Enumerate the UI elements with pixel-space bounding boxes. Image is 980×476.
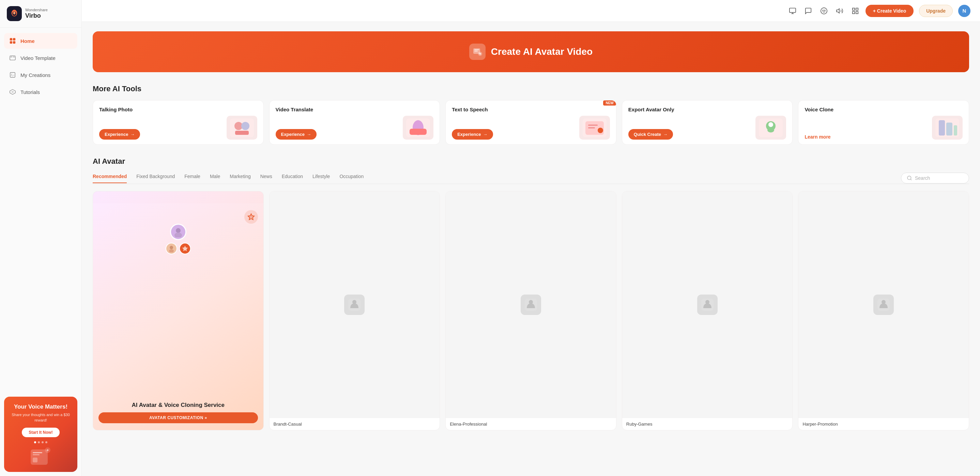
tool-card-export-avatar[interactable]: Export Avatar Only Quick Create → [622,100,793,145]
logo-icon [7,6,22,21]
filter-lifestyle[interactable]: Lifestyle [312,174,330,183]
tool-card-video-translate[interactable]: Video Translate Experience → [269,100,440,145]
svg-rect-10 [13,56,15,57]
tool-card-content-tts: Experience → [452,116,610,140]
promo-card-button[interactable]: AVATAR CUSTOMIZATION » [99,413,258,423]
my-creations-icon [9,71,16,79]
filter-recommended[interactable]: Recommended [93,174,127,183]
sidebar-item-my-creations[interactable]: My Creations [4,67,77,83]
svg-point-44 [598,128,603,133]
main-content: + Create Video Upgrade N Create AI Avata… [82,0,980,476]
logo-name: Virbo [25,12,48,20]
monitor-icon[interactable] [788,6,797,16]
ai-avatar-title: AI Avatar [93,157,969,166]
tool-btn-voice-clone[interactable]: Learn more [805,134,830,140]
volume-icon[interactable] [835,6,845,16]
tool-card-content: Experience → [99,116,257,140]
tool-card-header-voice: Voice Clone [805,106,963,113]
svg-rect-27 [853,8,854,10]
svg-point-23 [821,8,827,14]
svg-rect-43 [588,127,595,129]
avatar-search[interactable]: Search [901,173,969,184]
logo-area: Wondershare Virbo [0,0,81,28]
avatar-placeholder-ruby [697,295,718,315]
sidebar-item-video-template[interactable]: Video Template [4,50,77,66]
promo-illustration [10,446,72,466]
tool-btn-text-to-speech[interactable]: Experience → [452,129,493,140]
svg-point-55 [176,228,181,233]
avatar-label-elena: Elena-Professional [446,418,616,430]
video-template-icon [9,54,16,62]
tool-name-text-to-speech: Text to Speech [452,106,488,113]
svg-point-53 [907,176,911,180]
hero-banner-icon [469,44,485,60]
tool-img-video-translate [403,116,433,140]
tool-card-header: Talking Photo [99,106,257,113]
tool-card-talking-photo[interactable]: Talking Photo Experience → [93,100,264,145]
filter-education[interactable]: Education [282,174,303,183]
promo-card-title: AI Avatar & Voice Cloning Service [132,401,224,409]
promo-card-avatars [165,224,191,254]
avatar-card-elena[interactable]: Elena-Professional [445,191,616,430]
svg-point-58 [169,249,174,252]
avatar-label-harper: Harper-Promotion [799,418,969,430]
filter-news[interactable]: News [260,174,272,183]
svg-point-25 [825,10,825,11]
svg-point-24 [822,10,823,11]
topbar-icons [788,6,860,16]
svg-rect-51 [946,122,952,135]
avatar-filters: Recommended Fixed Background Female Male… [93,173,969,184]
svg-point-57 [170,246,173,249]
avatar-card-ruby[interactable]: Ruby-Games [622,191,793,430]
user-avatar[interactable]: N [958,5,970,17]
sidebar: Wondershare Virbo Home [0,0,82,476]
filter-fixed-bg[interactable]: Fixed Background [136,174,175,183]
tool-name-video-translate: Video Translate [276,106,313,113]
svg-point-35 [241,122,250,130]
svg-point-61 [352,300,356,304]
svg-rect-50 [939,120,945,135]
filter-marketing[interactable]: Marketing [230,174,250,183]
hero-banner[interactable]: Create AI Avatar Video [93,31,969,72]
tool-img-text-to-speech [579,116,610,140]
avatar-card-harper[interactable]: Harper-Promotion [798,191,969,430]
filter-occupation[interactable]: Occupation [339,174,364,183]
tool-btn-video-translate[interactable]: Experience → [276,129,317,140]
promo-start-button[interactable]: Start It Now! [22,428,60,437]
upgrade-button[interactable]: Upgrade [919,5,953,17]
avatar-card-brandt[interactable]: Brandt-Casual [269,191,440,430]
filter-male[interactable]: Male [210,174,220,183]
tool-card-content-export: Quick Create → [628,116,786,140]
tool-name-voice-clone: Voice Clone [805,106,834,113]
filter-female[interactable]: Female [185,174,200,183]
sidebar-item-video-template-label: Video Template [21,55,56,61]
promo-dot-3 [41,441,44,443]
tool-card-text-to-speech[interactable]: NEW Text to Speech Experience → [445,100,616,145]
sidebar-item-home[interactable]: Home [4,33,77,49]
tool-name-export-avatar: Export Avatar Only [628,106,675,113]
svg-rect-6 [10,41,12,44]
promo-card-decoration [244,210,258,224]
tool-card-content-voice: Learn more [805,116,963,140]
sidebar-item-tutorials[interactable]: Tutorials [4,84,77,100]
grid-icon[interactable] [851,6,860,16]
avatar-img-harper [799,191,969,418]
tutorials-icon [9,88,16,96]
avatar-grid: AI Avatar & Voice Cloning Service AVATAR… [93,191,969,430]
emoji-icon[interactable] [819,6,829,16]
tool-btn-talking-photo[interactable]: Experience → [99,129,140,140]
svg-rect-18 [33,458,38,462]
chat-icon[interactable] [803,6,813,16]
avatar-img-ruby [622,191,792,418]
svg-rect-42 [588,125,598,125]
svg-rect-7 [13,41,15,44]
create-video-button[interactable]: + Create Video [865,5,913,17]
avatar-promo-card[interactable]: AI Avatar & Voice Cloning Service AVATAR… [93,191,264,430]
tool-card-voice-clone[interactable]: Voice Clone Learn more [798,100,969,145]
svg-rect-9 [10,56,12,57]
tool-card-header-tts: Text to Speech [452,106,610,113]
sidebar-promo: Your Voice Matters! Share your thoughts … [4,397,77,472]
svg-point-67 [881,300,886,304]
svg-point-47 [768,122,773,127]
tool-btn-export-avatar[interactable]: Quick Create → [628,129,673,140]
